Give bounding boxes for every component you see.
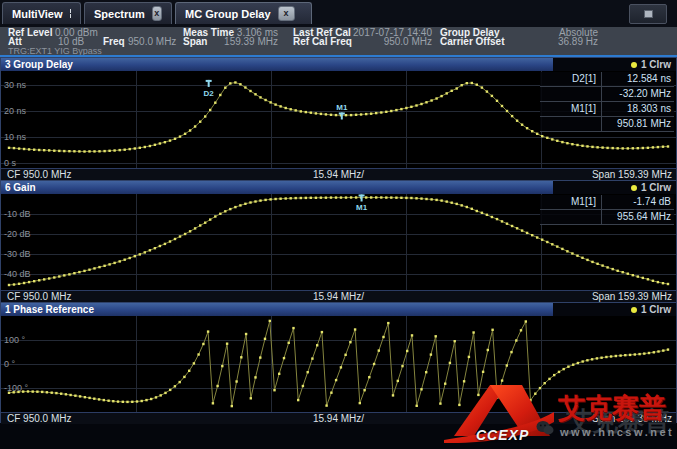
marker-row: 955.64 MHz bbox=[540, 210, 674, 225]
carrier-offset-label: Carrier Offset bbox=[440, 37, 504, 47]
marker-value: 955.64 MHz bbox=[602, 210, 674, 224]
trace-canvas bbox=[1, 316, 676, 412]
marker-name bbox=[540, 117, 602, 131]
span-label: Span 159.39 MHz bbox=[592, 169, 672, 180]
phase-plot: 100 ° 0 ° -100 ° bbox=[1, 316, 676, 412]
x-axis-bar: CF 950.0 MHz 15.94 MHz/ Span 159.39 MHz bbox=[1, 168, 676, 180]
y-tick-label: -40 dB bbox=[4, 269, 31, 279]
marker-row: M1[1] 18.303 ns bbox=[540, 102, 674, 117]
tab-spectrum[interactable]: Spectrum x bbox=[84, 2, 172, 24]
marker-row: M1[1] -1.74 dB bbox=[540, 195, 674, 210]
per-division-label: 15.94 MHz/ bbox=[1, 169, 676, 180]
y-tick-label: 30 ns bbox=[4, 80, 26, 90]
carrier-offset-value: 36.89 Hz bbox=[510, 37, 598, 47]
svg-text:M1: M1 bbox=[356, 203, 368, 212]
trace-legend-label: 1 Clrw bbox=[641, 182, 671, 193]
x-axis-bar: CF 950.0 MHz 15.94 MHz/ Span 159.39 MHz bbox=[1, 290, 676, 302]
window-group-delay-legend[interactable]: 1 Clrw bbox=[553, 58, 676, 71]
y-tick-label: 10 ns bbox=[4, 132, 26, 142]
svg-text:D2: D2 bbox=[204, 89, 215, 98]
multiview-grid-icon bbox=[70, 9, 71, 18]
tab-multiview[interactable]: MultiView bbox=[2, 2, 81, 24]
group-delay-plot: D2M1 30 ns 20 ns 10 ns 0 s D2[1] 12.584 … bbox=[1, 71, 676, 168]
analyzer-screen: MultiView Spectrum x MC Group Delay x Re… bbox=[0, 0, 677, 449]
marker-value: 12.584 ns bbox=[602, 72, 674, 86]
marker-value: 18.303 ns bbox=[602, 102, 674, 116]
marker-table: M1[1] -1.74 dB 955.64 MHz bbox=[540, 195, 674, 225]
trace-line bbox=[9, 321, 668, 406]
marker-M1[interactable]: M1 bbox=[336, 103, 348, 119]
marker-row: -32.20 MHz bbox=[540, 87, 674, 102]
close-icon[interactable]: x bbox=[152, 6, 162, 21]
window-gain-titlebar: 6 Gain 1 Clrw bbox=[1, 181, 676, 194]
window-phase-title: 1 Phase Reference bbox=[1, 303, 553, 316]
window-phase-reference: 1 Phase Reference 1 Clrw 100 ° 0 ° -100 … bbox=[0, 302, 677, 423]
y-tick-label: 0 s bbox=[4, 158, 16, 168]
watermark-url: www.hncsw.net bbox=[560, 426, 674, 438]
trace-color-icon bbox=[631, 307, 637, 313]
y-tick-label: -10 dB bbox=[4, 209, 31, 219]
y-tick-label: -20 dB bbox=[4, 229, 31, 239]
window-icon bbox=[644, 10, 653, 18]
span-label: Span bbox=[183, 37, 207, 47]
marker-name: M1[1] bbox=[540, 102, 602, 116]
marker-value: -32.20 MHz bbox=[602, 87, 674, 101]
display-menu-button[interactable] bbox=[629, 4, 667, 24]
window-group-delay: 3 Group Delay 1 Clrw D2M1 30 ns 20 ns 10… bbox=[0, 57, 677, 180]
close-icon[interactable]: x bbox=[278, 6, 295, 21]
marker-D2[interactable]: D2 bbox=[204, 80, 215, 98]
marker-row: 950.81 MHz bbox=[540, 117, 674, 132]
tab-multiview-label: MultiView bbox=[12, 8, 63, 20]
trace-legend-label: 1 Clrw bbox=[641, 59, 671, 70]
trace-dots bbox=[8, 320, 669, 408]
tab-mc-group-delay[interactable]: MC Group Delay x bbox=[175, 2, 312, 24]
trace-color-icon bbox=[631, 185, 637, 191]
marker-table: D2[1] 12.584 ns -32.20 MHz M1[1] 18.303 … bbox=[540, 72, 674, 132]
trace-color-icon bbox=[631, 62, 637, 68]
tab-spectrum-label: Spectrum bbox=[94, 8, 145, 20]
svg-text:M1: M1 bbox=[336, 103, 348, 112]
watermark-brand: CCEXP bbox=[476, 427, 529, 443]
marker-name: M1[1] bbox=[540, 195, 602, 209]
window-gain: 6 Gain 1 Clrw M1 -10 dB -20 dB -30 dB -4… bbox=[0, 180, 677, 302]
span-label: Span 159.39 MHz bbox=[592, 291, 672, 302]
tab-mc-group-delay-label: MC Group Delay bbox=[185, 8, 271, 20]
per-division-label: 15.94 MHz/ bbox=[1, 291, 676, 302]
y-tick-label: 0 ° bbox=[4, 359, 15, 369]
trace-legend-label: 1 Clrw bbox=[641, 304, 671, 315]
span-label: Span 159.39 MHz bbox=[592, 413, 672, 424]
y-tick-label: 20 ns bbox=[4, 106, 26, 116]
tab-bar: MultiView Spectrum x MC Group Delay x bbox=[0, 0, 677, 27]
marker-name: D2[1] bbox=[540, 72, 602, 86]
gain-plot: M1 -10 dB -20 dB -30 dB -40 dB M1[1] -1.… bbox=[1, 194, 676, 290]
window-gain-legend[interactable]: 1 Clrw bbox=[553, 181, 676, 194]
window-group-delay-titlebar: 3 Group Delay 1 Clrw bbox=[1, 58, 676, 71]
freq-value: 950.0 MHz bbox=[128, 37, 176, 47]
window-phase-legend[interactable]: 1 Clrw bbox=[553, 303, 676, 316]
span-value: 159.39 MHz bbox=[210, 37, 278, 47]
marker-value: 950.81 MHz bbox=[602, 117, 674, 131]
window-group-delay-title: 3 Group Delay bbox=[1, 58, 553, 71]
y-tick-label: 100 ° bbox=[4, 335, 25, 345]
window-gain-title: 6 Gain bbox=[1, 181, 553, 194]
marker-name bbox=[540, 87, 602, 101]
y-tick-label: -30 dB bbox=[4, 249, 31, 259]
marker-name bbox=[540, 210, 602, 224]
per-division-label: 15.94 MHz/ bbox=[1, 413, 676, 424]
y-tick-label: -100 ° bbox=[4, 383, 28, 393]
measurement-header: Ref Level 0.00 dBm Att 10 dB Freq 950.0 … bbox=[0, 27, 677, 55]
x-axis-bar: CF 950.0 MHz 15.94 MHz/ Span 159.39 MHz bbox=[1, 412, 676, 424]
freq-label: Freq bbox=[103, 37, 125, 47]
marker-row: D2[1] 12.584 ns bbox=[540, 72, 674, 87]
marker-value: -1.74 dB bbox=[602, 195, 674, 209]
ref-cal-freq-value: 950.0 MHz bbox=[338, 37, 432, 47]
window-phase-titlebar: 1 Phase Reference 1 Clrw bbox=[1, 303, 676, 316]
